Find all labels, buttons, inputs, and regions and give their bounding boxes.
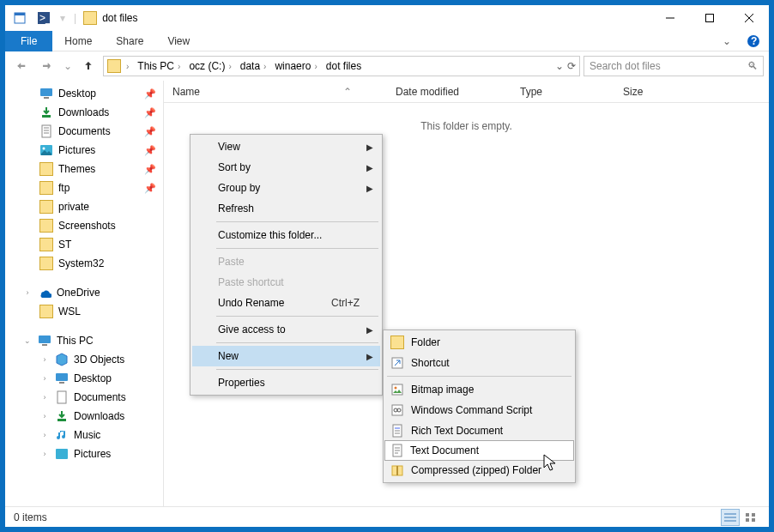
search-placeholder: Search dot files xyxy=(590,60,661,72)
svg-point-18 xyxy=(43,148,45,150)
sidebar-item-private[interactable]: private xyxy=(5,197,163,216)
new-zip[interactable]: Compressed (zipped) Folder xyxy=(385,460,573,481)
address-dropdown[interactable]: ⌄ xyxy=(555,60,564,72)
svg-rect-12 xyxy=(42,115,51,118)
sidebar-item-pictures[interactable]: Pictures📌 xyxy=(5,141,163,160)
close-button[interactable] xyxy=(729,5,769,31)
folder-icon xyxy=(390,336,404,349)
sidebar-pc-music[interactable]: ›Music xyxy=(5,426,163,444)
folder-icon xyxy=(83,11,97,25)
svg-rect-5 xyxy=(706,15,714,22)
crumb-data[interactable]: data› xyxy=(237,57,270,76)
qat-properties[interactable] xyxy=(10,9,29,27)
sidebar-item-screenshots[interactable]: Screenshots xyxy=(5,216,163,235)
ctx-undo[interactable]: Undo RenameCtrl+Z xyxy=(192,293,380,313)
minimize-button[interactable] xyxy=(650,5,690,31)
svg-rect-25 xyxy=(56,449,68,459)
svg-rect-32 xyxy=(752,518,755,522)
sidebar-pc-documents[interactable]: ›Documents xyxy=(5,388,163,407)
col-name[interactable]: Name⌃ xyxy=(164,86,387,98)
sidebar-thispc[interactable]: ⌄This PC xyxy=(5,331,163,350)
ctx-new[interactable]: New▶ xyxy=(192,346,380,366)
new-rtf[interactable]: Rich Text Document xyxy=(385,420,573,441)
sidebar-pc-pictures[interactable]: ›Pictures xyxy=(5,444,163,463)
zip-icon xyxy=(390,463,404,477)
ctx-refresh[interactable]: Refresh xyxy=(192,198,380,219)
ctx-group[interactable]: Group by▶ xyxy=(192,178,380,198)
refresh-icon[interactable]: ⟳ xyxy=(567,60,576,72)
qat-dropdown[interactable]: ▾ xyxy=(60,12,65,24)
sidebar-item-st[interactable]: ST xyxy=(5,235,163,254)
icons-view-button[interactable] xyxy=(741,509,760,526)
bitmap-icon xyxy=(390,383,404,396)
svg-rect-1 xyxy=(15,13,25,15)
sidebar-pc-downloads[interactable]: ›Downloads xyxy=(5,407,163,426)
recent-dropdown[interactable]: ⌄ xyxy=(62,55,74,77)
svg-rect-24 xyxy=(57,419,66,421)
nav-row: 🠘 🠚 ⌄ 🠙 › This PC› ocz (C:)› data› winae… xyxy=(5,51,769,81)
tab-home[interactable]: Home xyxy=(52,31,104,51)
svg-rect-19 xyxy=(39,336,51,343)
sidebar-item-downloads[interactable]: Downloads📌 xyxy=(5,103,163,122)
ctx-properties[interactable]: Properties xyxy=(192,372,380,393)
forward-button[interactable]: 🠚 xyxy=(36,55,58,77)
qat-powershell[interactable]: >_ xyxy=(34,9,53,27)
back-button[interactable]: 🠘 xyxy=(10,55,33,77)
up-button[interactable]: 🠙 xyxy=(77,55,100,77)
crumb-thispc[interactable]: This PC› xyxy=(134,57,184,76)
sidebar-item-documents[interactable]: Documents📌 xyxy=(5,122,163,141)
col-size[interactable]: Size xyxy=(614,86,700,98)
address-bar[interactable]: › This PC› ocz (C:)› data› winaero› dot … xyxy=(103,56,580,76)
sidebar-wsl[interactable]: WSL xyxy=(5,302,163,321)
svg-text:?: ? xyxy=(751,35,757,47)
ctx-give-access[interactable]: Give access to▶ xyxy=(192,319,380,340)
ctx-sort[interactable]: Sort by▶ xyxy=(192,157,380,178)
tab-view[interactable]: View xyxy=(155,31,202,51)
sidebar-3dobjects[interactable]: ›3D Objects xyxy=(5,350,163,369)
svg-rect-30 xyxy=(752,513,755,517)
new-cmd[interactable]: Windows Command Script xyxy=(385,400,573,420)
sidebar-item-system32[interactable]: System32 xyxy=(5,254,163,273)
col-date[interactable]: Date modified xyxy=(387,86,511,98)
svg-rect-20 xyxy=(42,344,47,346)
crumb-drive[interactable]: ocz (C:)› xyxy=(185,57,234,76)
ctx-customize[interactable]: Customize this folder... xyxy=(192,225,380,245)
empty-folder-message: This folder is empty. xyxy=(164,103,769,132)
navigation-pane[interactable]: Desktop📌 Downloads📌 Documents📌 Pictures📌… xyxy=(5,81,164,506)
sidebar-onedrive[interactable]: ›OneDrive xyxy=(5,283,163,302)
new-txt[interactable]: Text Document xyxy=(384,440,574,461)
col-type[interactable]: Type xyxy=(511,86,614,98)
ctx-view[interactable]: View▶ xyxy=(192,136,380,157)
file-explorer-window: >_ ▾ | dot files File Home Share View ⌄ … xyxy=(4,4,770,528)
window-title: dot files xyxy=(102,12,137,24)
maximize-button[interactable] xyxy=(690,5,729,31)
new-shortcut[interactable]: Shortcut xyxy=(385,353,573,373)
help-button[interactable]: ? xyxy=(738,34,769,48)
new-bitmap[interactable]: Bitmap image xyxy=(385,379,573,400)
svg-rect-11 xyxy=(44,97,49,99)
details-view-button[interactable] xyxy=(721,509,740,526)
rtf-icon xyxy=(390,424,404,438)
cmd-icon xyxy=(390,403,404,417)
svg-rect-21 xyxy=(56,373,68,381)
ribbon: File Home Share View ⌄ ? xyxy=(5,31,769,51)
sidebar-item-themes[interactable]: Themes📌 xyxy=(5,160,163,178)
file-tab[interactable]: File xyxy=(5,31,52,51)
txt-icon xyxy=(390,444,404,457)
sidebar-item-ftp[interactable]: ftp📌 xyxy=(5,178,163,197)
sidebar-item-desktop[interactable]: Desktop📌 xyxy=(5,84,163,103)
titlebar: >_ ▾ | dot files xyxy=(5,5,769,31)
crumb-dotfiles[interactable]: dot files xyxy=(323,57,365,76)
sidebar-pc-desktop[interactable]: ›Desktop xyxy=(5,369,163,388)
new-folder[interactable]: Folder xyxy=(385,332,573,353)
svg-rect-31 xyxy=(746,518,749,522)
tab-share[interactable]: Share xyxy=(104,31,155,51)
ctx-paste: Paste xyxy=(192,251,380,272)
column-headers: Name⌃ Date modified Type Size xyxy=(164,81,769,103)
svg-rect-48 xyxy=(396,466,398,475)
search-icon[interactable]: 🔍︎ xyxy=(747,60,758,72)
crumb-winaero[interactable]: winaero› xyxy=(271,57,320,76)
item-count: 0 items xyxy=(14,511,47,523)
ribbon-expand[interactable]: ⌄ xyxy=(716,35,738,47)
search-input[interactable]: Search dot files 🔍︎ xyxy=(584,56,764,76)
